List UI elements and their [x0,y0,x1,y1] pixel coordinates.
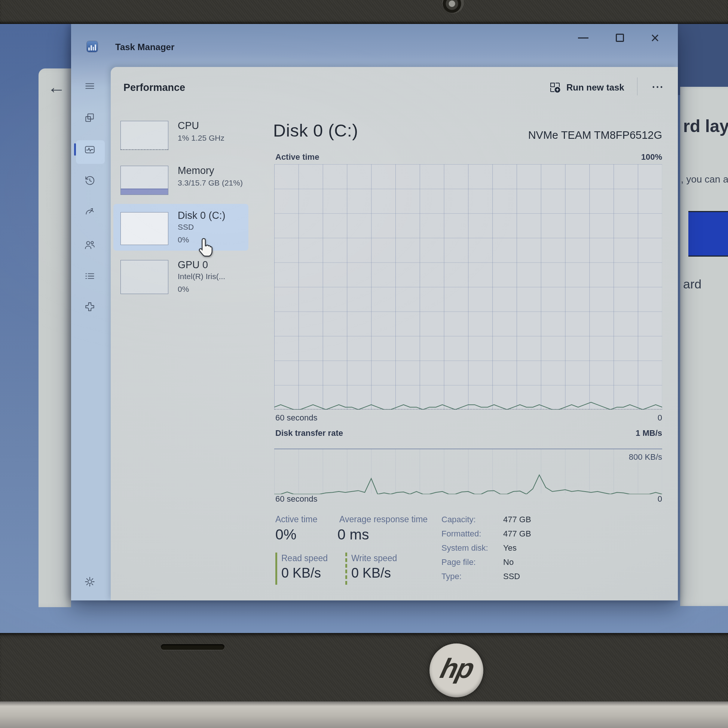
background-selected-item[interactable] [688,211,728,257]
background-heading-fragment: rd lay [683,116,728,136]
chart2-x-right: 0 [273,494,662,504]
close-button[interactable]: × [647,29,664,46]
task-manager-window: Task Manager × [71,24,678,600]
laptop-photo: ← rd lay , you can a ard Task Manager × [0,0,728,728]
background-body-fragment: , you can a [681,174,728,185]
startup-apps-icon[interactable] [81,203,99,221]
laptop-bottom-bezel: hp [0,633,728,702]
type-label: Type: [442,572,462,581]
hp-logo-text: hp [437,655,476,686]
disk-list-percent: 0% [178,235,189,244]
app-history-icon[interactable] [81,172,99,190]
settings-gear-icon[interactable] [81,573,99,591]
read-speed-bar [275,552,277,585]
screen-content: ← rd lay , you can a ard Task Manager × [0,24,728,633]
gpu-list-detail: Intel(R) Iris(... [178,272,225,281]
read-speed-label: Read speed [281,553,328,563]
task-manager-app-icon [87,41,98,52]
background-window-right[interactable]: rd lay , you can a ard [680,87,728,606]
window-title: Task Manager [115,42,174,52]
hand-cursor [196,237,216,258]
run-new-task-icon [549,81,561,93]
hp-logo: hp [430,644,483,697]
capacity-label: Capacity: [442,515,476,525]
gpu-mini-graph[interactable] [121,260,168,294]
menu-icon[interactable] [81,77,99,95]
capacity-value: 477 GB [503,515,531,525]
active-time-max-label: 100% [273,152,662,162]
hinge-slot [161,644,225,650]
active-time-chart[interactable] [274,164,662,410]
chart1-x-right: 0 [273,413,662,423]
memory-list-name[interactable]: Memory [178,165,214,177]
details-icon[interactable] [81,267,99,285]
memory-list-detail: 3.3/15.7 GB (21%) [178,179,243,187]
chart1-baseline [274,409,662,410]
disk-device-name: NVMe TEAM TM8FP6512G [273,129,662,141]
gpu-list-percent: 0% [178,285,189,294]
cpu-mini-graph[interactable] [121,121,168,150]
transfer-rate-max-label: 1 MB/s [273,428,662,438]
run-new-task-label: Run new task [566,82,624,93]
disk-list-detail: SSD [178,223,194,232]
users-icon[interactable] [81,236,99,254]
system-disk-value: Yes [503,543,517,553]
page-file-value: No [503,557,514,567]
minimize-button[interactable] [575,29,592,46]
background-window-left[interactable]: ← [38,69,71,607]
transfer-rate-gridline-label: 800 KB/s [273,452,662,462]
system-disk-label: System disk: [442,543,488,553]
active-time-stat-label: Active time [275,514,317,525]
memory-usage-fill [121,188,168,194]
disk-mini-graph[interactable] [121,212,168,245]
maximize-button[interactable] [611,29,629,46]
avg-response-stat-value: 0 ms [338,526,369,543]
webcam [442,0,464,14]
cpu-list-name[interactable]: CPU [178,120,199,132]
formatted-label: Formatted: [442,529,481,539]
write-speed-bar [345,552,347,585]
active-time-stat-value: 0% [275,526,296,543]
performance-icon[interactable] [81,141,99,159]
performance-panel: Performance Run new task ••• [111,67,678,600]
laptop-top-bezel [0,0,728,24]
type-value: SSD [503,572,520,581]
disk-list-name[interactable]: Disk 0 (C:) [178,210,226,222]
formatted-value: 477 GB [503,529,531,539]
desktop-area [678,24,728,95]
laptop-screen: ← rd lay , you can a ard Task Manager × [0,24,728,633]
memory-mini-graph[interactable] [121,166,168,195]
write-speed-label: Write speed [351,553,397,563]
write-speed-value: 0 KB/s [351,565,391,581]
header-divider [637,78,638,95]
run-new-task-button[interactable]: Run new task [549,78,635,97]
background-lower-fragment: ard [683,277,702,291]
read-speed-value: 0 KB/s [281,565,321,581]
performance-selected-indicator [74,143,76,156]
laptop-body [0,702,728,728]
page-file-label: Page file: [442,557,476,567]
page-title: Performance [124,82,185,93]
services-icon[interactable] [81,298,99,316]
avg-response-stat-label: Average response time [339,514,428,525]
more-options-button[interactable]: ••• [645,80,672,95]
gpu-list-name[interactable]: GPU 0 [178,259,208,271]
processes-icon[interactable] [81,109,99,127]
back-arrow-icon[interactable]: ← [47,77,66,97]
cpu-list-detail: 1% 1.25 GHz [178,133,225,142]
